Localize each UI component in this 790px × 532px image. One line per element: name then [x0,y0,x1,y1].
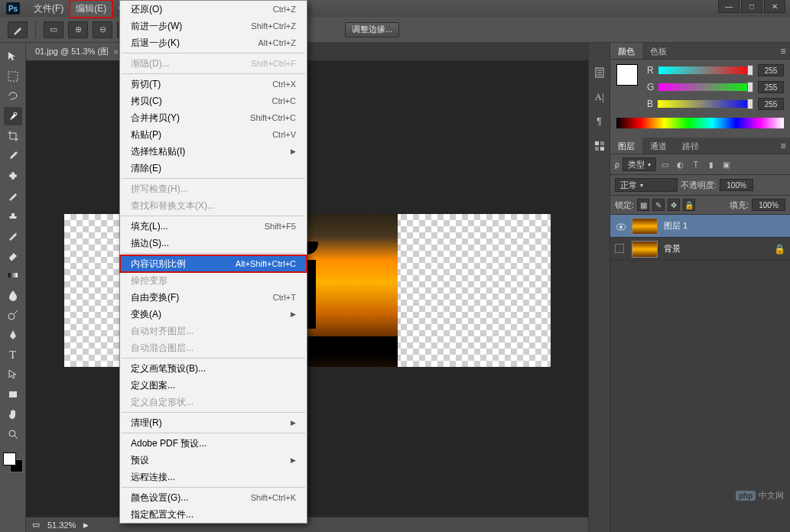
close-button[interactable]: ✕ [764,0,785,13]
move-tool[interactable] [4,47,22,66]
menu-item[interactable]: 颜色设置(G)...Shift+Ctrl+K [120,489,307,506]
selection-new-icon[interactable]: ▭ [44,21,63,38]
tab-channels[interactable]: 通道 [642,138,675,154]
dodge-tool[interactable] [4,306,22,324]
paragraph-panel-icon[interactable]: ¶ [593,115,606,128]
doc-info-icon[interactable]: ▭ [32,520,40,530]
brush-tool[interactable] [4,187,22,205]
chevron-right-icon[interactable]: ▶ [83,521,89,529]
menu-item[interactable]: 后退一步(K)Alt+Ctrl+Z [120,34,307,51]
clone-stamp-tool[interactable] [4,206,22,225]
filter-shape-icon[interactable]: ▮ [705,158,717,170]
selection-add-icon[interactable]: ⊕ [68,21,88,38]
layer-thumbnail[interactable] [632,218,658,235]
menu-item[interactable]: 选择性粘贴(I)▶ [120,143,307,160]
character-panel-icon[interactable]: A| [593,90,606,104]
menu-item[interactable]: 描边(S)... [120,235,307,251]
fill-value[interactable]: 100% [752,199,785,211]
menu-item[interactable]: 前进一步(W)Shift+Ctrl+Z [120,18,307,34]
tab-layers[interactable]: 图层 [610,138,642,154]
menu-item[interactable]: 填充(L)...Shift+F5 [120,218,307,235]
filter-type-icon[interactable]: T [690,158,702,170]
menu-item[interactable]: 剪切(T)Ctrl+X [120,76,307,92]
path-selection-tool[interactable] [4,365,22,384]
layer-thumbnail[interactable] [632,241,658,258]
crop-tool[interactable] [4,127,22,145]
color-spectrum[interactable] [616,118,784,128]
healing-brush-tool[interactable] [4,167,22,185]
type-tool[interactable]: T [4,345,22,364]
filter-pixel-icon[interactable]: ▭ [659,158,671,170]
menu-item[interactable]: 远程连接... [120,469,307,485]
opacity-value[interactable]: 100% [720,179,753,191]
refine-edge-button[interactable]: 调整边缘... [345,22,399,37]
history-brush-tool[interactable] [4,226,22,245]
layer-row[interactable]: 背景🔒 [610,238,790,261]
menu-item[interactable]: 清理(R)▶ [120,414,307,431]
close-tab-icon[interactable]: × [113,47,118,57]
menu-item[interactable]: 内容识别比例Alt+Shift+Ctrl+C [120,255,307,272]
lock-position-icon[interactable]: ✥ [668,199,680,211]
menu-item[interactable]: 还原(O)Ctrl+Z [120,1,307,18]
visibility-toggle-icon[interactable] [615,221,626,232]
channel-g-value[interactable]: 255 [758,81,784,93]
menu-item[interactable]: 定义画笔预设(B)... [120,360,307,377]
eyedropper-tool[interactable] [4,147,22,165]
menu-item[interactable]: 拷贝(C)Ctrl+C [120,92,307,109]
pen-tool[interactable] [4,326,22,344]
visibility-toggle-icon[interactable] [615,244,626,255]
menu-item[interactable]: Adobe PDF 预设... [120,435,307,452]
minimize-button[interactable]: — [718,0,740,13]
channel-b-value[interactable]: 255 [758,98,784,110]
lock-transparency-icon[interactable]: ▦ [637,199,649,211]
menu-item[interactable]: 预设▶ [120,452,307,469]
hand-tool[interactable] [4,405,22,423]
channel-b-slider[interactable] [658,100,753,108]
tab-color[interactable]: 颜色 [610,43,642,59]
swatches-panel-icon[interactable] [593,139,606,153]
menu-1[interactable]: 编辑(E) [70,0,112,18]
layer-name[interactable]: 图层 1 [664,220,688,232]
layer-filter-select[interactable]: 类型▾ [623,157,656,171]
menu-item[interactable]: 清除(E) [120,160,307,177]
menu-item-label: 内容识别比例 [131,258,186,271]
gradient-tool[interactable] [4,266,22,284]
document-tab[interactable]: 01.jpg @ 51.3% (图 × [26,43,128,60]
history-panel-icon[interactable] [593,66,606,79]
foreground-color-swatch[interactable] [3,453,16,466]
rectangle-tool[interactable] [4,385,22,404]
blur-tool[interactable] [4,286,22,304]
menu-item[interactable]: 变换(A)▶ [120,306,307,323]
foreground-chip[interactable] [616,64,638,86]
eraser-tool[interactable] [4,246,22,264]
zoom-value[interactable]: 51.32% [47,521,76,530]
maximize-button[interactable]: □ [741,0,762,13]
selection-subtract-icon[interactable]: ⊖ [93,21,112,38]
menu-item[interactable]: 定义图案... [120,377,307,394]
layer-name[interactable]: 背景 [664,243,681,255]
marquee-tool[interactable] [4,67,22,86]
blend-mode-select[interactable]: 正常▾ [615,178,678,192]
tab-paths[interactable]: 路径 [675,138,707,154]
menu-0[interactable]: 文件(F) [28,0,70,18]
zoom-tool[interactable] [4,425,22,443]
panel-menu-icon[interactable]: ≡ [776,138,790,154]
tab-swatches[interactable]: 色板 [642,43,675,59]
menu-item[interactable]: 粘贴(P)Ctrl+V [120,126,307,143]
filter-adjust-icon[interactable]: ◐ [675,158,687,170]
quick-selection-tool[interactable] [4,107,22,125]
menu-item[interactable]: 自由变换(F)Ctrl+T [120,289,307,306]
menu-item[interactable]: 合并拷贝(Y)Shift+Ctrl+C [120,109,307,126]
menu-item[interactable]: 指定配置文件... [120,506,307,523]
panel-menu-icon[interactable]: ≡ [776,43,790,59]
channel-r-slider[interactable] [658,66,753,74]
filter-smart-icon[interactable]: ▣ [720,158,733,170]
channel-r-value[interactable]: 255 [758,64,784,76]
tool-preset-picker[interactable] [8,21,28,38]
lasso-tool[interactable] [4,87,22,105]
channel-g-slider[interactable] [658,83,753,91]
lock-all-icon[interactable]: 🔒 [683,199,695,211]
color-swatches[interactable] [3,453,23,472]
layer-row[interactable]: 图层 1 [610,215,790,238]
lock-pixels-icon[interactable]: ✎ [652,199,665,211]
